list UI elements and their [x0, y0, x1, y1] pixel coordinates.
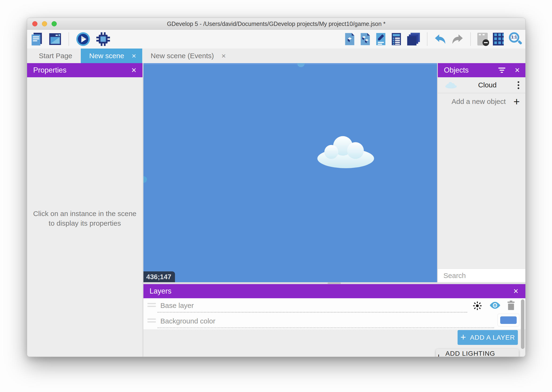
field-underline	[158, 312, 467, 313]
project-manager-icon[interactable]	[30, 32, 43, 46]
desktop: GDevelop 5 - /Users/david/Documents/GDev…	[0, 0, 552, 392]
open-layers-editor-icon[interactable]	[407, 32, 420, 46]
scroll-indicator-left	[143, 176, 147, 183]
field-underline	[158, 328, 494, 328]
objects-panel: Objects × Cloud	[438, 63, 526, 282]
open-object-groups-icon[interactable]	[360, 33, 370, 46]
search-input[interactable]	[438, 272, 526, 280]
layer-row-base: Base layer	[143, 298, 525, 314]
magnifier-handle	[518, 40, 522, 45]
background-color-picker[interactable]	[498, 314, 519, 326]
main-toolbar: 1:1	[27, 30, 525, 49]
tab-label: New scene	[89, 52, 124, 60]
cloud-thumbnail	[445, 82, 457, 89]
drag-handle-icon[interactable]	[147, 303, 156, 307]
layers-header: Layers ×	[143, 284, 525, 298]
open-instances-list-icon[interactable]	[391, 33, 401, 46]
open-properties-icon[interactable]	[376, 33, 386, 46]
drag-handle-icon[interactable]	[147, 319, 156, 322]
add-lighting-layer-button[interactable]: + ADD LIGHTING LAYER	[436, 349, 519, 357]
toggle-mask-icon[interactable]	[477, 33, 488, 45]
plus-icon: +	[436, 352, 442, 357]
debug-icon[interactable]	[96, 32, 110, 46]
kebab-menu-icon[interactable]	[518, 81, 519, 89]
close-panel-icon[interactable]: ×	[131, 66, 136, 74]
toolbar-left-group	[30, 30, 110, 49]
close-tab-icon[interactable]: ×	[132, 52, 136, 60]
window-title: GDevelop 5 - /Users/david/Documents/GDev…	[27, 18, 525, 30]
add-object-label: Add a new object	[438, 98, 513, 105]
gdevelop-window: GDevelop 5 - /Users/david/Documents/GDev…	[27, 18, 526, 357]
panel-title: Objects	[444, 66, 469, 74]
layer-name-field[interactable]: Base layer	[160, 301, 194, 309]
titlebar: GDevelop 5 - /Users/david/Documents/GDev…	[27, 18, 525, 30]
color-swatch	[500, 316, 517, 324]
visibility-eye-icon[interactable]	[490, 301, 500, 310]
tab-new-scene-events[interactable]: New scene (Events) ×	[142, 49, 234, 63]
lighting-sun-icon[interactable]	[473, 301, 482, 311]
vertical-scrollbar-thumb[interactable]	[521, 299, 524, 349]
cloud-instance[interactable]	[315, 134, 376, 169]
plus-icon: +	[513, 96, 520, 107]
horizontal-scroll-thumb[interactable]	[328, 282, 341, 284]
editor-content: Properties × Click on an instance in the…	[27, 63, 525, 357]
layer-row-background-color: Background color	[143, 314, 525, 329]
toolbar-divider	[427, 32, 428, 46]
object-name: Cloud	[457, 81, 518, 89]
tab-new-scene[interactable]: New scene ×	[81, 49, 142, 63]
toolbar-right-group: 1:1	[345, 30, 523, 49]
toolbar-divider	[470, 32, 471, 46]
properties-empty-message: Click on an instance in the scene to dis…	[32, 209, 138, 228]
add-layer-label: ADD A LAYER	[470, 334, 515, 341]
object-list-item-cloud[interactable]: Cloud	[438, 77, 526, 93]
properties-header: Properties ×	[27, 63, 143, 77]
layer-name-field[interactable]: Background color	[160, 317, 215, 325]
horizontal-scrollbar[interactable]	[143, 282, 525, 284]
toolbar-divider	[69, 32, 69, 46]
undo-icon[interactable]	[434, 34, 446, 44]
redo-icon[interactable]	[451, 34, 464, 44]
objects-header: Objects ×	[438, 63, 526, 77]
open-objects-editor-icon[interactable]	[345, 33, 355, 46]
close-panel-icon[interactable]: ×	[513, 287, 518, 295]
plus-icon: +	[460, 332, 466, 342]
editor-tabbar: Start Page New scene × New scene (Events…	[27, 49, 525, 63]
close-panel-icon[interactable]: ×	[515, 66, 520, 74]
zoom-1-1-icon[interactable]: 1:1	[509, 32, 523, 46]
grid-icon[interactable]	[493, 33, 504, 45]
scene-canvas[interactable]: 436;147	[143, 63, 437, 282]
delete-layer-trash-icon[interactable]	[507, 301, 515, 311]
panel-title: Layers	[150, 287, 172, 295]
preview-play-icon[interactable]	[76, 32, 90, 46]
filter-icon[interactable]	[498, 68, 505, 73]
tab-label: New scene (Events)	[151, 52, 214, 60]
add-layer-button[interactable]: + ADD A LAYER	[458, 330, 518, 345]
tab-start-page[interactable]: Start Page	[30, 49, 81, 63]
add-lighting-layer-label: ADD LIGHTING LAYER	[445, 350, 519, 357]
cursor-coordinates-badge: 436;147	[143, 271, 175, 282]
panel-title: Properties	[33, 66, 66, 74]
add-new-object-button[interactable]: Add a new object +	[438, 94, 526, 109]
canvas-top-highlight	[143, 63, 437, 64]
tab-label: Start Page	[39, 52, 72, 60]
minus-icon	[484, 42, 488, 43]
properties-panel: Properties × Click on an instance in the…	[27, 63, 143, 357]
scene-editor-icon[interactable]	[49, 33, 62, 45]
layers-panel: Layers × Base layer	[143, 284, 525, 357]
zoom-ratio-label: 1:1	[510, 35, 518, 40]
objects-search	[438, 269, 526, 282]
close-tab-icon[interactable]: ×	[221, 52, 226, 60]
scroll-indicator-top	[297, 63, 305, 67]
